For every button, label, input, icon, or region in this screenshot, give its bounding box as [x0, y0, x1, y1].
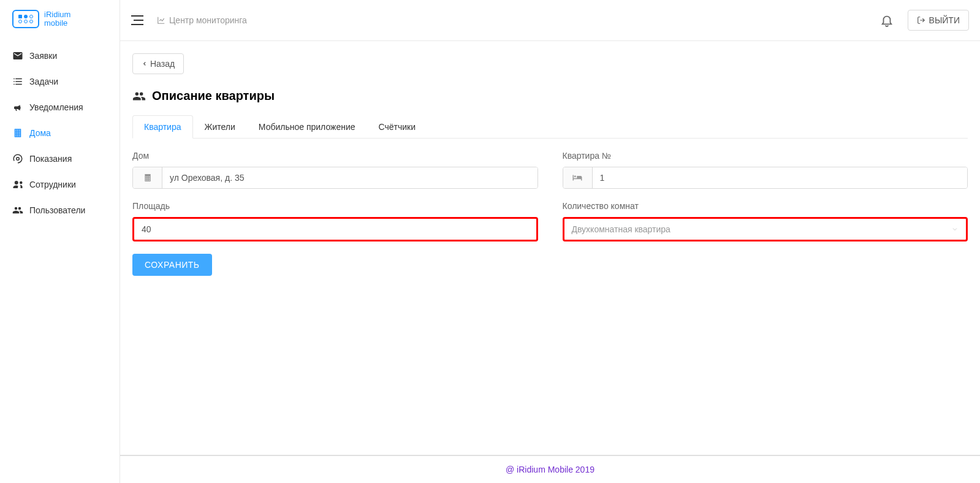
nav-item-employees[interactable]: Сотрудники	[0, 172, 120, 197]
nav-label: Пользователи	[29, 205, 85, 215]
apt-input[interactable]	[593, 167, 968, 188]
nav-label: Показания	[29, 154, 72, 164]
topbar: Центр мониторинга ВЫЙТИ	[120, 0, 980, 41]
users-icon	[132, 89, 146, 103]
list-icon	[12, 76, 23, 87]
apt-input-group	[563, 167, 968, 189]
megaphone-icon	[12, 102, 23, 113]
nav-label: Заявки	[29, 51, 57, 61]
footer: @ iRidium Mobile 2019	[120, 455, 980, 483]
nav-label: Уведомления	[29, 102, 83, 112]
monitoring-label: Центр мониторинга	[169, 15, 247, 25]
chevron-left-icon	[142, 60, 148, 67]
bell-icon	[880, 13, 894, 27]
nav-item-notifications[interactable]: Уведомления	[0, 94, 120, 120]
main: Центр мониторинга ВЫЙТИ	[120, 0, 980, 483]
rooms-select[interactable]: Двухкомнатная квартира	[563, 217, 968, 242]
logout-icon	[917, 16, 925, 25]
notifications-button[interactable]	[878, 12, 895, 29]
nav-item-houses[interactable]: Дома	[0, 120, 120, 146]
house-input-group	[132, 167, 538, 189]
nav-item-users[interactable]: Пользователи	[0, 197, 120, 223]
logout-button[interactable]: ВЫЙТИ	[908, 10, 969, 31]
sidebar: iRidium mobile Заявки Задачи	[0, 0, 120, 483]
nav-item-readings[interactable]: Показания	[0, 146, 120, 172]
logo-text: iRidium mobile	[44, 10, 70, 28]
tab-apartment[interactable]: Квартира	[132, 115, 193, 139]
footer-text: @ iRidium Mobile 2019	[506, 465, 594, 474]
tab-mobile-app[interactable]: Мобильное приложение	[247, 115, 367, 139]
nav-label: Сотрудники	[29, 180, 76, 189]
house-input[interactable]	[162, 167, 537, 188]
chevron-down-icon	[951, 226, 959, 233]
nav-item-tasks[interactable]: Задачи	[0, 69, 120, 94]
content: Назад Описание квартиры Квартира Жители …	[120, 41, 980, 455]
back-button[interactable]: Назад	[132, 53, 184, 74]
nav-item-requests[interactable]: Заявки	[0, 43, 120, 69]
nav: Заявки Задачи Уведомления Дома	[0, 38, 120, 228]
page-header: Описание квартиры	[132, 89, 968, 103]
bed-icon	[563, 167, 593, 188]
house-label: Дом	[132, 151, 538, 161]
back-label: Назад	[150, 59, 175, 69]
area-input[interactable]	[132, 217, 538, 242]
nav-label: Дома	[29, 128, 51, 138]
users-icon	[12, 205, 23, 216]
menu-toggle-button[interactable]	[131, 15, 143, 25]
tab-meters[interactable]: Счётчики	[367, 115, 428, 139]
building-icon	[133, 167, 162, 188]
gauge-icon	[12, 153, 23, 164]
save-button[interactable]: СОХРАНИТЬ	[132, 254, 212, 276]
rooms-label: Количество комнат	[563, 201, 968, 211]
area-label: Площадь	[132, 201, 538, 211]
page-title: Описание квартиры	[152, 89, 275, 103]
logout-label: ВЫЙТИ	[929, 15, 960, 25]
rooms-value: Двухкомнатная квартира	[572, 224, 670, 234]
chart-icon	[157, 16, 165, 25]
save-label: СОХРАНИТЬ	[145, 260, 200, 270]
monitoring-link[interactable]: Центр мониторинга	[157, 15, 247, 25]
building-icon	[12, 127, 23, 139]
users-cog-icon	[12, 179, 23, 190]
tab-residents[interactable]: Жители	[193, 115, 247, 139]
logo[interactable]: iRidium mobile	[0, 0, 120, 38]
envelope-icon	[12, 50, 23, 61]
apt-label: Квартира №	[563, 151, 968, 161]
nav-label: Задачи	[29, 77, 58, 86]
logo-icon	[12, 10, 39, 28]
tabs: Квартира Жители Мобильное приложение Счё…	[132, 115, 968, 139]
